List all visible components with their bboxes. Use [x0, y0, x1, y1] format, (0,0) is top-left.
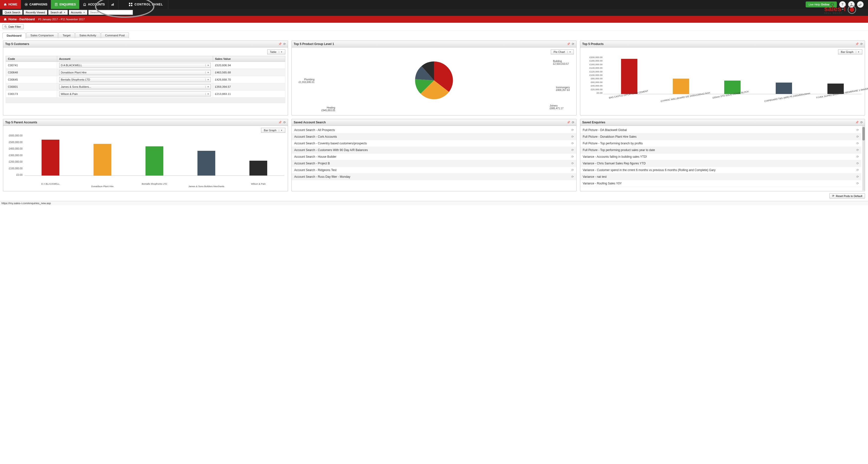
nav-enquiries[interactable]: ENQUIRIES: [51, 0, 80, 9]
load-icon: ⟳: [571, 155, 574, 159]
pod-parent-accounts: Top 5 Parent Accounts 📌⟳ Bar Graph £600,…: [3, 119, 288, 191]
tab-target[interactable]: Target: [58, 32, 75, 38]
document-icon: [55, 3, 58, 6]
col-account[interactable]: Account: [57, 56, 213, 62]
bar[interactable]: [146, 146, 163, 175]
list-item[interactable]: Account Search - Cork Accounts⟳: [292, 133, 576, 140]
cell-sales: £520,606.94: [213, 62, 285, 69]
cell-account[interactable]: Wilson & Pain: [57, 91, 213, 98]
tab-sales-activity[interactable]: Sales Activity: [75, 32, 100, 38]
list-item[interactable]: Full Picture - Top performing product sa…: [580, 147, 861, 154]
refresh-icon[interactable]: ⟳: [860, 42, 863, 46]
refresh-icon[interactable]: ⟳: [572, 42, 574, 46]
nav-campaigns[interactable]: CAMPAIGNS: [21, 0, 51, 9]
refresh-icon[interactable]: ⟳: [283, 121, 286, 124]
list-item[interactable]: Account Search - House Builder⟳: [292, 154, 576, 160]
pod-product-group: Top 5 Product Group Level 1 📌⟳ Pie Chart…: [291, 40, 577, 115]
list-item[interactable]: Variance - nat test⟳: [580, 173, 861, 180]
list-item[interactable]: Variance - Chris Samuel Sales Rep figure…: [580, 160, 861, 167]
list-item[interactable]: Full Picture - Donaldson Plant Hire Sale…: [580, 133, 861, 140]
pod-title: Saved Account Search: [294, 121, 326, 124]
nav-reports[interactable]: [108, 0, 119, 9]
pod-view-select[interactable]: Bar Graph: [261, 128, 285, 133]
table-row[interactable]: C00648 Donaldson Plant Hire £463,565.68: [6, 69, 285, 76]
customers-table: Code Account Sales Value C00741 D A BLAC…: [6, 56, 285, 103]
list-item[interactable]: Variance - Customer spend in the crrent …: [580, 167, 861, 173]
pod-title: Top 5 Products: [582, 42, 603, 46]
bar[interactable]: [197, 151, 215, 175]
pie-label: Ironmongery£809,267.63: [556, 86, 570, 92]
load-icon: ⟳: [571, 135, 574, 138]
nav-extra[interactable]: [119, 0, 123, 9]
pie-label: Joinery£885,471.17: [550, 104, 563, 110]
tab-sales-comparison[interactable]: Sales Comparison: [26, 32, 58, 38]
cell-account[interactable]: Bentalls Shopfronts LTD: [57, 76, 213, 83]
building-icon: [83, 3, 86, 6]
pod-view-select[interactable]: Bar Graph: [838, 49, 862, 55]
recently-viewed-button[interactable]: Recently Viewed: [24, 10, 47, 15]
list-item[interactable]: Account Search - Russ Day filter - Monda…: [292, 173, 576, 180]
tab-dashboard[interactable]: Dashboard: [2, 33, 26, 38]
col-code[interactable]: Code: [6, 56, 57, 62]
load-icon: ⟳: [571, 175, 574, 178]
load-icon: ⟳: [856, 162, 859, 165]
pin-icon[interactable]: 📌: [855, 42, 859, 46]
pin-icon[interactable]: 📌: [278, 42, 282, 46]
nav-accounts[interactable]: ACCOUNTS: [80, 0, 108, 9]
table-row[interactable]: C00645 Bentalls Shopfronts LTD £426,668.…: [6, 76, 285, 83]
svg-rect-6: [112, 4, 113, 6]
bar[interactable]: [41, 140, 59, 175]
pod-view-select[interactable]: Table: [267, 49, 285, 55]
list-item[interactable]: Variance - Accounts falling in building …: [580, 154, 861, 160]
col-sales[interactable]: Sales Value: [213, 56, 285, 62]
search-input[interactable]: [88, 10, 133, 15]
refresh-icon[interactable]: ⟳: [860, 121, 863, 124]
pod-title: Top 5 Customers: [5, 42, 29, 46]
nav-home[interactable]: HOME: [0, 0, 21, 9]
cell-account[interactable]: James & Sons Builders...: [57, 83, 213, 91]
list-item[interactable]: Account Search - All Prospects⟳: [292, 127, 576, 133]
list-item[interactable]: Account Search - Coventry based customer…: [292, 140, 576, 147]
cell-account[interactable]: D A BLACKWELL: [57, 62, 213, 69]
pie-label: Heating£945,893.05: [321, 106, 335, 112]
breadcrumb[interactable]: Home - Dashboard: [3, 18, 35, 21]
pin-icon[interactable]: 📌: [567, 42, 570, 46]
pie-label: Building£2,503,010.57: [553, 60, 569, 65]
bar[interactable]: [249, 161, 267, 175]
table-row[interactable]: C00001 James & Sons Builders... £359,394…: [6, 83, 285, 91]
load-icon: ⟳: [856, 168, 859, 172]
refresh-icon[interactable]: ⟳: [283, 42, 286, 46]
pin-icon[interactable]: 📌: [278, 121, 282, 124]
list-item[interactable]: Variance - Roofing Sales Y0Y⟳: [580, 180, 861, 187]
scrollbar[interactable]: [862, 126, 865, 191]
nav-control-panel[interactable]: CONTROL PANEL: [123, 0, 168, 9]
bar[interactable]: [94, 144, 111, 175]
list-item[interactable]: Full Picture - DA Blackwell Global⟳: [580, 127, 861, 133]
list-item[interactable]: Account Search - Ridgeons Test⟳: [292, 167, 576, 173]
bar[interactable]: [776, 82, 792, 94]
bar[interactable]: [621, 59, 638, 94]
reset-pods-button[interactable]: ⟳ Reset Pods to Default: [829, 193, 865, 199]
pod-title: Saved Enquiries: [582, 121, 605, 124]
refresh-icon: ⟳: [832, 194, 834, 198]
date-filter-button[interactable]: Date Filter: [2, 24, 24, 29]
load-icon: ⟳: [856, 175, 859, 178]
tab-command-post[interactable]: Command Post: [101, 32, 129, 38]
cell-account[interactable]: Donaldson Plant Hire: [57, 69, 213, 76]
list-item[interactable]: Full Picture - Top performing branch by …: [580, 140, 861, 147]
bar[interactable]: [673, 78, 689, 94]
top-nav: HOME CAMPAIGNS ENQUIRIES ACCOUNTS CONTRO…: [0, 0, 868, 9]
table-row[interactable]: C00173 Wilson & Pain £213,883.11: [6, 91, 285, 98]
search-scope-select[interactable]: Search all: [48, 10, 68, 15]
list-item[interactable]: Account Search - Customers With 90 Day A…: [292, 147, 576, 154]
load-icon: ⟳: [571, 128, 574, 132]
refresh-icon[interactable]: ⟳: [572, 121, 574, 124]
quick-search-button[interactable]: Quick Search: [2, 10, 23, 15]
search-type-select[interactable]: Accounts: [69, 10, 87, 15]
load-icon: ⟳: [856, 135, 859, 138]
pin-icon[interactable]: 📌: [855, 121, 859, 124]
pin-icon[interactable]: 📌: [567, 121, 570, 124]
table-row[interactable]: C00741 D A BLACKWELL £520,606.94: [6, 62, 285, 69]
pod-view-select[interactable]: Pie Chart: [551, 49, 574, 55]
list-item[interactable]: Account Search - Project B⟳: [292, 160, 576, 167]
